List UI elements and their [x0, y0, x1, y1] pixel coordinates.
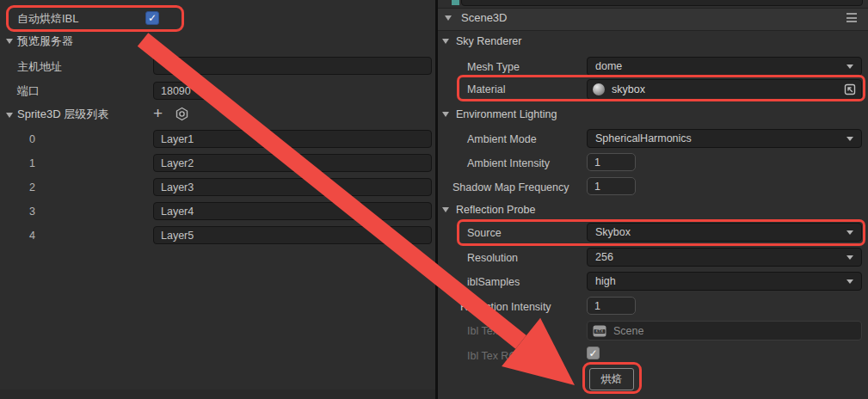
collapse-arrow-icon[interactable] — [6, 113, 13, 118]
shadow-map-frequency-label: Shadow Map Frequency — [452, 181, 569, 194]
layer-index: 0 — [29, 133, 35, 145]
ktx-file-icon: KTX — [593, 325, 606, 337]
port-input[interactable]: 18090 — [153, 82, 207, 100]
layer-index: 2 — [29, 181, 35, 193]
chevron-down-icon — [846, 255, 853, 260]
collapse-arrow-icon[interactable] — [445, 15, 452, 21]
layer-index: 4 — [29, 230, 35, 242]
svg-text:KTX: KTX — [596, 329, 604, 334]
source-dropdown[interactable]: Skybox — [587, 223, 862, 242]
ibl-tex-label: Ibl Tex — [467, 324, 498, 338]
auto-bake-ibl-label: 自动烘焙IBL — [17, 12, 79, 26]
entity-cube-icon — [452, 0, 459, 5]
collapse-arrow-icon[interactable] — [442, 207, 449, 212]
host-address-label: 主机地址 — [17, 60, 62, 74]
reflection-intensity-input[interactable]: 1 — [587, 297, 636, 315]
scene3d-title: Scene3D — [461, 11, 507, 25]
environment-lighting-section-label: Environment Lighting — [456, 107, 557, 121]
shadow-map-frequency-input[interactable]: 1 — [587, 177, 636, 195]
sky-renderer-section-label: Sky Renderer — [456, 34, 521, 48]
layer-name-input[interactable]: Layer5 — [153, 226, 432, 244]
layer-name-input[interactable]: Layer2 — [153, 154, 432, 172]
ibl-tex-rgbd-label: Ibl Tex RGBD — [467, 349, 532, 363]
chevron-down-icon — [846, 230, 853, 235]
material-sphere-icon — [593, 83, 605, 95]
add-layer-button[interactable]: + — [153, 107, 163, 120]
ibl-tex-field: KTX Scene — [587, 321, 862, 341]
ibl-samples-dropdown[interactable]: high — [587, 272, 862, 291]
ambient-intensity-label: Ambient Intensity — [467, 157, 550, 170]
preview-server-section-label: 预览服务器 — [17, 34, 73, 48]
editor-window: 自动烘焙IBL ✓ 预览服务器 主机地址 端口 18090 Sprite3D 层… — [0, 0, 868, 399]
auto-bake-ibl-checkbox[interactable]: ✓ — [145, 11, 159, 25]
collapse-arrow-icon[interactable] — [442, 39, 449, 44]
layer-name-input[interactable]: Layer3 — [153, 178, 432, 196]
layer-index: 3 — [29, 206, 35, 218]
material-field[interactable]: skybox — [587, 79, 862, 100]
port-label: 端口 — [17, 84, 40, 98]
collapse-arrow-icon[interactable] — [442, 112, 449, 117]
layer-settings-gear-icon[interactable] — [175, 107, 189, 121]
sprite3d-layer-list-label: Sprite3D 层级列表 — [17, 107, 108, 121]
chevron-down-icon — [846, 64, 853, 69]
layer-name-input[interactable]: Layer1 — [153, 130, 432, 148]
collapse-arrow-icon[interactable] — [6, 39, 13, 44]
left-settings-panel: 自动烘焙IBL ✓ 预览服务器 主机地址 端口 18090 Sprite3D 层… — [0, 0, 435, 399]
ambient-intensity-input[interactable]: 1 — [587, 153, 636, 171]
ibl-samples-label: iblSamples — [467, 275, 520, 289]
truncated-top-input[interactable] — [461, 0, 863, 6]
mesh-type-label: Mesh Type — [467, 60, 520, 74]
resolution-label: Resolution — [467, 251, 518, 265]
bake-button[interactable]: 烘焙 — [589, 368, 634, 390]
mesh-type-dropdown[interactable]: dome — [587, 57, 862, 76]
ambient-mode-dropdown[interactable]: SphericalHarmonics — [587, 129, 862, 148]
ibl-tex-rgbd-checkbox[interactable]: ✓ — [587, 347, 600, 359]
layer-index: 1 — [29, 157, 35, 169]
panel-bottom-edge — [0, 390, 435, 399]
host-address-input[interactable] — [153, 57, 432, 75]
inspector-panel: Scene3D Sky Renderer Mesh Type dome Mate… — [438, 0, 868, 399]
ambient-mode-label: Ambient Mode — [467, 132, 537, 146]
reflection-intensity-label: Reflection Intensity — [460, 300, 551, 314]
resolution-dropdown[interactable]: 256 — [587, 248, 862, 267]
inspector-menu-icon[interactable] — [846, 13, 857, 22]
material-pick-icon[interactable] — [844, 83, 856, 95]
reflection-probe-section-label: Reflection Probe — [456, 203, 535, 217]
layer-name-input[interactable]: Layer4 — [153, 202, 432, 220]
source-label: Source — [467, 226, 502, 240]
chevron-down-icon — [846, 137, 853, 141]
chevron-down-icon — [846, 279, 853, 284]
material-label: Material — [467, 83, 505, 96]
